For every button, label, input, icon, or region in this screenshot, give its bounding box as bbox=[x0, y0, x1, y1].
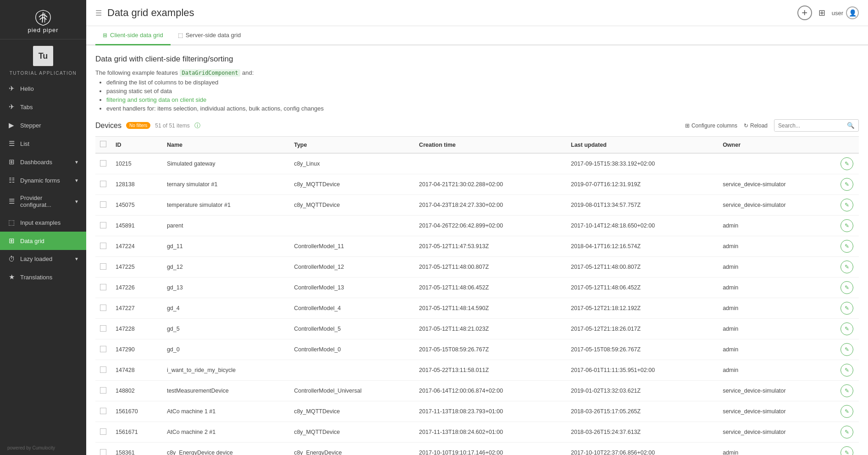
sidebar-item-input-examples[interactable]: ⬚ Input examples bbox=[0, 213, 86, 232]
sidebar-item-hello[interactable]: ✈ Hello bbox=[0, 79, 86, 98]
cell-updated: 2019-08-01T13:34:57.757Z bbox=[566, 195, 718, 216]
search-box: 🔍 bbox=[774, 119, 859, 132]
sidebar-icon-dashboards: ⊞ bbox=[7, 158, 16, 166]
edit-button[interactable]: ✎ bbox=[840, 302, 853, 315]
main-content: ☰ Data grid examples + ⊞ user 👤 ⊞Client-… bbox=[86, 0, 868, 455]
sidebar-item-translations[interactable]: ★ Translations bbox=[0, 268, 86, 286]
cell-name: gd_4 bbox=[162, 298, 289, 319]
cell-updated: 2017-10-14T12:48:18.650+02:00 bbox=[566, 216, 718, 236]
edit-button[interactable]: ✎ bbox=[840, 281, 853, 294]
sidebar-icon-input-examples: ⬚ bbox=[7, 218, 16, 227]
apps-grid-button[interactable]: ⊞ bbox=[818, 8, 825, 18]
tabs-bar: ⊞Client-side data grid⬚Server-side data … bbox=[86, 26, 868, 45]
edit-button[interactable]: ✎ bbox=[840, 219, 853, 232]
edit-button[interactable]: ✎ bbox=[840, 199, 853, 211]
edit-button[interactable]: ✎ bbox=[840, 240, 853, 253]
sidebar-icon-dynamic-forms: ☷ bbox=[7, 176, 16, 184]
filter-badge[interactable]: No filters bbox=[126, 122, 150, 129]
bullet-item: filtering and sorting data on client sid… bbox=[106, 96, 859, 103]
cell-updated: 2017-05-15T08:59:26.767Z bbox=[566, 339, 718, 360]
edit-button[interactable]: ✎ bbox=[840, 384, 853, 397]
tab-icon-server-side: ⬚ bbox=[178, 32, 183, 39]
row-checkbox[interactable] bbox=[100, 181, 106, 187]
row-checkbox[interactable] bbox=[100, 449, 106, 455]
cell-type: c8y_EnergyDevice bbox=[289, 443, 415, 455]
sidebar-label-dashboards: Dashboards bbox=[20, 159, 70, 166]
cell-owner: admin bbox=[718, 236, 836, 257]
edit-button[interactable]: ✎ bbox=[840, 364, 853, 377]
reload-button[interactable]: ↻ Reload bbox=[744, 122, 768, 129]
row-checkbox[interactable] bbox=[100, 222, 106, 228]
edit-button[interactable]: ✎ bbox=[840, 261, 853, 273]
row-checkbox[interactable] bbox=[100, 387, 106, 394]
add-button[interactable]: + bbox=[797, 6, 812, 20]
row-checkbox[interactable] bbox=[100, 408, 106, 414]
cell-created: 2017-05-22T13:11:58.011Z bbox=[415, 360, 566, 381]
cell-id: 10215 bbox=[111, 153, 162, 174]
sidebar-item-dynamic-forms[interactable]: ☷ Dynamic forms ▼ bbox=[0, 171, 86, 189]
row-action-cell: ✎ bbox=[836, 298, 859, 319]
sidebar-item-dashboards[interactable]: ⊞ Dashboards ▼ bbox=[0, 153, 86, 171]
row-action-cell: ✎ bbox=[836, 174, 859, 195]
user-label: user bbox=[832, 10, 843, 17]
tab-client-side[interactable]: ⊞Client-side data grid bbox=[95, 26, 171, 45]
edit-button[interactable]: ✎ bbox=[840, 157, 853, 170]
row-checkbox[interactable] bbox=[100, 428, 106, 435]
sidebar-item-data-grid[interactable]: ⊞ Data grid bbox=[0, 232, 86, 250]
tab-server-side[interactable]: ⬚Server-side data grid bbox=[171, 26, 249, 45]
row-checkbox[interactable] bbox=[100, 263, 106, 270]
table-row: 145891 parent 2017-04-26T22:06:42.899+02… bbox=[95, 216, 859, 236]
sidebar-item-provider-config[interactable]: ☰ Provider configurat... ▼ bbox=[0, 189, 86, 213]
sidebar-item-lazy-loaded[interactable]: ⏱ Lazy loaded ▼ bbox=[0, 250, 86, 268]
search-input[interactable] bbox=[774, 120, 843, 131]
edit-button[interactable]: ✎ bbox=[840, 405, 853, 418]
edit-button[interactable]: ✎ bbox=[840, 343, 853, 356]
row-checkbox[interactable] bbox=[100, 284, 106, 290]
sidebar-icon-list: ☰ bbox=[7, 139, 16, 148]
cell-type bbox=[289, 360, 415, 381]
edit-button[interactable]: ✎ bbox=[840, 178, 853, 191]
cell-name: temperature simulator #1 bbox=[162, 195, 289, 216]
edit-button[interactable]: ✎ bbox=[840, 322, 853, 335]
sidebar-item-list[interactable]: ☰ List bbox=[0, 134, 86, 153]
feature-list: defining the list of columns to be displ… bbox=[95, 79, 859, 112]
avatar[interactable]: Tu bbox=[33, 46, 53, 66]
cell-created bbox=[415, 153, 566, 174]
row-action-cell: ✎ bbox=[836, 236, 859, 257]
search-button[interactable]: 🔍 bbox=[843, 120, 858, 131]
select-all-checkbox[interactable] bbox=[100, 141, 106, 147]
cell-name: testMeasurementDevice bbox=[162, 381, 289, 401]
bullet-link[interactable]: filtering and sorting data on client sid… bbox=[106, 96, 206, 103]
page-title: Data grid examples bbox=[107, 7, 792, 19]
row-checkbox[interactable] bbox=[100, 325, 106, 332]
menu-icon[interactable]: ☰ bbox=[95, 9, 102, 17]
col-header-id: ID bbox=[111, 137, 162, 154]
sidebar-footer: powered by Cumulocity bbox=[0, 441, 86, 455]
row-checkbox[interactable] bbox=[100, 305, 106, 311]
col-header-actions bbox=[836, 137, 859, 154]
row-checkbox[interactable] bbox=[100, 346, 106, 352]
sidebar-item-stepper[interactable]: ▶ Stepper bbox=[0, 116, 86, 134]
cell-owner: admin bbox=[718, 360, 836, 381]
row-checkbox[interactable] bbox=[100, 160, 106, 166]
cell-created: 2017-04-23T18:24:27.330+02:00 bbox=[415, 195, 566, 216]
cell-updated: 2017-10-10T22:37:06.856+02:00 bbox=[566, 443, 718, 455]
data-table: IDNameTypeCreation timeLast updatedOwner… bbox=[95, 136, 859, 455]
configure-columns-button[interactable]: ⊞ Configure columns bbox=[685, 122, 737, 129]
cell-name: AtCo machine 1 #1 bbox=[162, 401, 289, 422]
row-checkbox-cell bbox=[95, 216, 111, 236]
row-checkbox[interactable] bbox=[100, 366, 106, 373]
edit-button[interactable]: ✎ bbox=[840, 426, 853, 438]
row-checkbox[interactable] bbox=[100, 201, 106, 208]
cell-id: 147224 bbox=[111, 236, 162, 257]
cell-name: gd_0 bbox=[162, 339, 289, 360]
cell-created: 2017-05-15T08:59:26.767Z bbox=[415, 339, 566, 360]
content-area: ⊞Client-side data grid⬚Server-side data … bbox=[86, 26, 868, 455]
cell-name: parent bbox=[162, 216, 289, 236]
sidebar-item-tabs[interactable]: ✈ Tabs bbox=[0, 98, 86, 116]
info-icon[interactable]: ⓘ bbox=[194, 122, 200, 130]
user-menu[interactable]: user 👤 bbox=[832, 6, 859, 19]
cell-name: ternary simulator #1 bbox=[162, 174, 289, 195]
edit-button[interactable]: ✎ bbox=[840, 446, 853, 455]
row-checkbox[interactable] bbox=[100, 243, 106, 249]
